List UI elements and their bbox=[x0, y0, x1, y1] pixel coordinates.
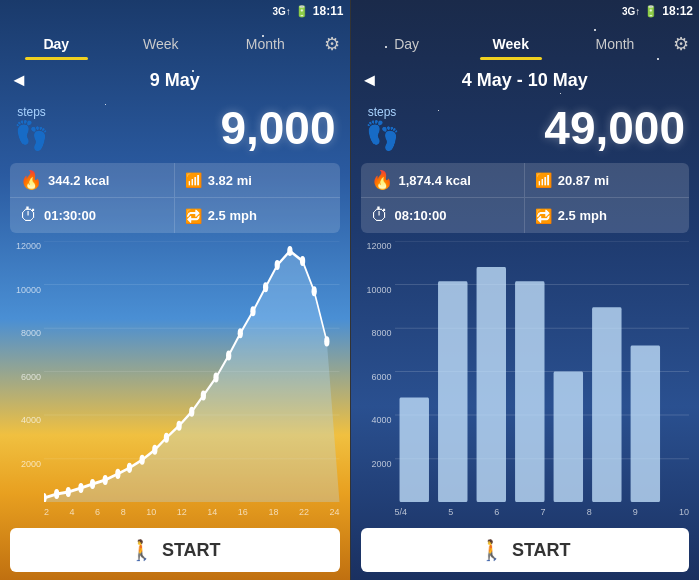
y-label-r2: 10000 bbox=[366, 285, 391, 295]
steps-label-col-left: steps 👣 bbox=[14, 105, 49, 152]
y-label-r3: 8000 bbox=[371, 328, 391, 338]
right-panel: 3G↑ 🔋 18:12 Day Week Month ⚙ ◄ 4 May - 1… bbox=[350, 0, 700, 580]
tab-day-left[interactable]: Day bbox=[4, 28, 109, 60]
svg-point-23 bbox=[250, 306, 255, 316]
stat-time-right: 08:10:00 bbox=[395, 208, 447, 223]
x-label-6r: 6 bbox=[494, 507, 499, 517]
distance-icon-left: 📶 bbox=[185, 172, 202, 188]
svg-point-11 bbox=[103, 475, 108, 485]
stat-cell-speed-right: 🔁 2.5 mph bbox=[525, 198, 689, 233]
chart-container-right: 12000 10000 8000 6000 4000 2000 bbox=[357, 241, 694, 522]
svg-point-14 bbox=[140, 455, 145, 465]
footprint-icon-right: 👣 bbox=[365, 119, 400, 152]
y-label-3: 8000 bbox=[21, 328, 41, 338]
date-row-right: ◄ 4 May - 10 May bbox=[351, 66, 700, 95]
speed-icon-left: 🔁 bbox=[185, 208, 202, 224]
nav-tabs-right: Day Week Month ⚙ bbox=[351, 22, 700, 66]
stat-cell-mi-left: 📶 3.82 mi bbox=[175, 163, 340, 198]
x-label-9: 9 bbox=[633, 507, 638, 517]
date-row-left: ◄ 9 May bbox=[0, 66, 350, 95]
date-text-right: 4 May - 10 May bbox=[462, 70, 588, 91]
nav-tabs-left: Day Week Month ⚙ bbox=[0, 22, 350, 66]
y-label-r5: 4000 bbox=[371, 415, 391, 425]
footprint-icon-left: 👣 bbox=[14, 119, 49, 152]
tab-week-left[interactable]: Week bbox=[109, 28, 214, 60]
x-label-7: 7 bbox=[540, 507, 545, 517]
prev-arrow-right[interactable]: ◄ bbox=[361, 70, 379, 91]
steps-area-left: steps 👣 9,000 bbox=[0, 95, 350, 159]
steps-count-left: 9,000 bbox=[59, 101, 336, 155]
svg-rect-36 bbox=[399, 398, 428, 502]
x-label-8: 8 bbox=[587, 507, 592, 517]
stat-mi-right: 20.87 mi bbox=[558, 173, 609, 188]
svg-point-12 bbox=[115, 469, 120, 479]
walk-icon-right: 🚶 bbox=[479, 538, 504, 562]
start-button-right[interactable]: 🚶 START bbox=[361, 528, 690, 572]
steps-label-col-right: steps 👣 bbox=[365, 105, 400, 152]
tab-day-right[interactable]: Day bbox=[355, 28, 459, 60]
start-label-left: START bbox=[162, 540, 221, 561]
svg-rect-38 bbox=[476, 267, 505, 502]
stat-speed-right: 2.5 mph bbox=[558, 208, 607, 223]
stat-cell-time-right: ⏱ 08:10:00 bbox=[361, 198, 525, 233]
stat-cell-kcal-left: 🔥 344.2 kcal bbox=[10, 163, 175, 198]
line-chart-svg bbox=[44, 241, 340, 502]
stat-kcal-left: 344.2 kcal bbox=[48, 173, 109, 188]
x-label-4: 4 bbox=[70, 507, 75, 517]
prev-arrow-left[interactable]: ◄ bbox=[10, 70, 28, 91]
chart-area-left: 12000 10000 8000 6000 4000 2000 bbox=[6, 241, 344, 522]
svg-point-26 bbox=[287, 246, 292, 256]
x-label-24: 24 bbox=[329, 507, 339, 517]
svg-point-7 bbox=[54, 489, 59, 499]
left-panel: 3G↑ 🔋 18:11 Day Week Month ⚙ ◄ 9 May ste… bbox=[0, 0, 350, 580]
x-label-8: 8 bbox=[121, 507, 126, 517]
svg-rect-40 bbox=[553, 372, 582, 503]
flame-icon-right: 🔥 bbox=[371, 169, 393, 191]
svg-point-17 bbox=[176, 421, 181, 431]
x-label-22: 22 bbox=[299, 507, 309, 517]
stats-grid-left: 🔥 344.2 kcal 📶 3.82 mi ⏱ 01:30:00 🔁 2.5 … bbox=[10, 163, 340, 233]
steps-count-right: 49,000 bbox=[410, 101, 686, 155]
battery-left: 🔋 bbox=[295, 5, 309, 18]
svg-point-8 bbox=[66, 487, 71, 497]
svg-point-15 bbox=[152, 445, 157, 455]
y-label-r4: 6000 bbox=[371, 372, 391, 382]
y-label-2: 10000 bbox=[16, 285, 41, 295]
svg-rect-39 bbox=[515, 281, 544, 502]
svg-point-18 bbox=[189, 407, 194, 417]
svg-point-27 bbox=[300, 256, 305, 266]
start-button-left[interactable]: 🚶 START bbox=[10, 528, 340, 572]
tab-month-left[interactable]: Month bbox=[213, 28, 318, 60]
svg-point-20 bbox=[213, 373, 218, 383]
bar-chart-svg bbox=[395, 241, 690, 502]
svg-point-13 bbox=[127, 463, 132, 473]
gear-button-right[interactable]: ⚙ bbox=[667, 25, 695, 63]
x-label-12: 12 bbox=[177, 507, 187, 517]
stat-speed-left: 2.5 mph bbox=[208, 208, 257, 223]
tab-month-right[interactable]: Month bbox=[563, 28, 667, 60]
x-label-16: 16 bbox=[238, 507, 248, 517]
steps-label-left: steps bbox=[17, 105, 46, 119]
steps-label-right: steps bbox=[368, 105, 397, 119]
tab-week-right[interactable]: Week bbox=[459, 28, 563, 60]
x-label-14: 14 bbox=[207, 507, 217, 517]
distance-icon-right: 📶 bbox=[535, 172, 552, 188]
y-label-r6: 2000 bbox=[371, 459, 391, 469]
stat-cell-mi-right: 📶 20.87 mi bbox=[525, 163, 689, 198]
x-axis-right: 5/4 5 6 7 8 9 10 bbox=[395, 502, 690, 522]
svg-rect-41 bbox=[592, 307, 621, 502]
x-label-54: 5/4 bbox=[395, 507, 408, 517]
svg-point-24 bbox=[263, 282, 268, 292]
svg-point-29 bbox=[324, 336, 329, 346]
svg-point-22 bbox=[238, 328, 243, 338]
stats-grid-right: 🔥 1,874.4 kcal 📶 20.87 mi ⏱ 08:10:00 🔁 2… bbox=[361, 163, 690, 233]
x-label-6: 6 bbox=[95, 507, 100, 517]
date-text-left: 9 May bbox=[150, 70, 200, 91]
x-label-5: 5 bbox=[448, 507, 453, 517]
chart-area-right: 12000 10000 8000 6000 4000 2000 bbox=[357, 241, 694, 522]
stat-cell-speed-left: 🔁 2.5 mph bbox=[175, 198, 340, 233]
signal-right: 3G↑ bbox=[622, 6, 640, 17]
svg-point-10 bbox=[90, 479, 95, 489]
stat-cell-kcal-right: 🔥 1,874.4 kcal bbox=[361, 163, 525, 198]
gear-button-left[interactable]: ⚙ bbox=[318, 25, 346, 63]
